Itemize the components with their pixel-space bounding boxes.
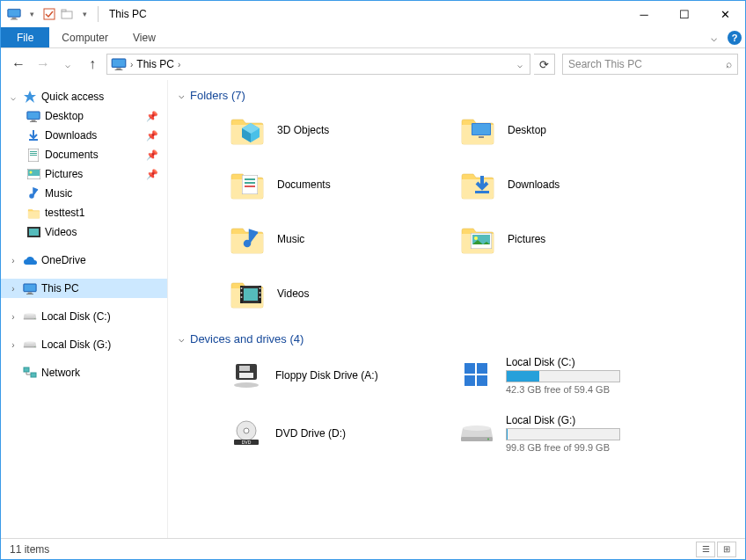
folder-icon [228, 220, 267, 258]
sidebar-item-testtest1[interactable]: testtest1 [1, 203, 167, 222]
separator [98, 6, 99, 22]
breadcrumb[interactable]: This PC [136, 58, 174, 70]
drive-icon [458, 357, 495, 394]
disk-icon [22, 338, 38, 352]
folder-tile[interactable]: Downloads [458, 162, 678, 207]
svg-rect-26 [479, 136, 484, 138]
chevron-icon[interactable]: › [128, 60, 135, 69]
svg-point-42 [260, 287, 261, 289]
sidebar-network[interactable]: Network [1, 363, 167, 382]
desktop-icon [26, 109, 41, 123]
folder-tile[interactable]: Desktop [458, 107, 678, 153]
sidebar-local-g[interactable]: ›Local Disk (G:) [1, 335, 167, 354]
refresh-button[interactable]: ⟳ [534, 54, 555, 75]
folder-icon [458, 165, 497, 204]
sidebar-local-c[interactable]: ›Local Disk (C:) [1, 307, 167, 326]
content-pane: ⌵Folders (7) 3D ObjectsDesktopDocumentsD… [168, 80, 745, 538]
sidebar-item-desktop[interactable]: Desktop📌 [1, 106, 167, 126]
folder-tile[interactable]: Music [228, 216, 448, 262]
folder-tile[interactable]: 3D Objects [228, 107, 448, 153]
search-icon: ⌕ [726, 58, 732, 70]
window-title: This PC [109, 8, 147, 20]
drive-icon [228, 357, 265, 394]
svg-rect-10 [29, 139, 38, 141]
sidebar-this-pc[interactable]: ›This PC [1, 279, 167, 298]
sidebar-item-pictures[interactable]: Pictures📌 [1, 164, 167, 184]
group-drives[interactable]: ⌵Devices and drives (4) [179, 332, 735, 345]
drive-tile[interactable]: Floppy Disk Drive (A:) [228, 351, 448, 400]
titlebar: ▾ ▾ This PC ─ ☐ ✕ [1, 1, 745, 27]
folder-icon [228, 274, 267, 313]
folder-tile[interactable]: Pictures [458, 216, 678, 262]
svg-point-44 [260, 296, 261, 298]
chevron-icon[interactable]: › [176, 60, 182, 69]
svg-point-48 [234, 382, 259, 388]
maximize-button[interactable]: ☐ [664, 1, 705, 27]
minimize-button[interactable]: ─ [624, 1, 664, 27]
qat-dropdown-icon[interactable]: ▾ [24, 6, 40, 22]
collapse-icon[interactable]: ⌵ [8, 92, 18, 102]
folder-icon [458, 220, 497, 258]
qat-properties-icon[interactable] [41, 6, 57, 22]
forward-button[interactable]: → [33, 54, 54, 75]
svg-rect-25 [472, 124, 490, 135]
svg-rect-23 [31, 373, 36, 377]
svg-rect-9 [62, 10, 66, 11]
downloads-icon [26, 128, 41, 142]
sidebar-item-documents[interactable]: Documents📌 [1, 145, 167, 164]
pictures-icon [26, 167, 41, 181]
up-button[interactable]: ↑ [82, 54, 103, 75]
usage-bar [506, 370, 620, 382]
recent-dropdown[interactable]: ⌵ [57, 54, 78, 75]
drive-tile[interactable]: Local Disk (G:)99.8 GB free of 99.9 GB [458, 409, 678, 458]
address-bar[interactable]: › This PC › ⌵ [106, 54, 530, 75]
pin-icon: 📌 [146, 149, 158, 161]
svg-point-43 [260, 292, 261, 294]
expand-icon[interactable]: › [8, 340, 18, 350]
svg-rect-36 [244, 288, 258, 301]
expand-icon[interactable]: › [8, 256, 18, 265]
collapse-icon[interactable]: ⌵ [179, 333, 185, 345]
folder-label: Music [277, 233, 304, 245]
folder-tile[interactable]: Documents [228, 162, 448, 207]
close-button[interactable]: ✕ [705, 1, 745, 27]
expand-icon[interactable]: › [8, 312, 18, 322]
address-dropdown-icon[interactable]: ⌵ [514, 60, 526, 69]
videos-icon [26, 225, 41, 239]
svg-point-54 [244, 428, 249, 433]
sidebar-item-videos[interactable]: Videos [1, 222, 167, 242]
folder-label: Desktop [508, 124, 546, 136]
sidebar-quick-access[interactable]: ⌵ Quick access [1, 87, 167, 106]
tab-view[interactable]: View [121, 27, 168, 47]
collapse-icon[interactable]: ⌵ [179, 90, 185, 101]
music-icon [26, 186, 41, 200]
drive-tile[interactable]: Local Disk (C:)42.3 GB free of 59.4 GB [458, 351, 678, 400]
tab-computer[interactable]: Computer [49, 27, 121, 47]
drive-tile[interactable]: DVDDVD Drive (D:) [228, 409, 448, 458]
svg-rect-27 [242, 175, 258, 194]
group-folders[interactable]: ⌵Folders (7) [179, 89, 735, 102]
status-bar: 11 items ☰ ⊞ [1, 538, 745, 559]
svg-point-17 [29, 171, 32, 174]
sidebar-item-music[interactable]: Music [1, 184, 167, 203]
file-tab[interactable]: File [1, 27, 49, 47]
drive-label: Local Disk (C:) [506, 356, 678, 368]
svg-rect-21 [39, 227, 40, 237]
drive-label: DVD Drive (D:) [275, 427, 448, 440]
back-button[interactable]: ← [8, 54, 29, 75]
svg-rect-29 [245, 182, 255, 184]
expand-icon[interactable]: › [8, 284, 18, 294]
svg-rect-30 [245, 185, 255, 187]
sidebar-item-downloads[interactable]: Downloads📌 [1, 126, 167, 145]
sidebar-onedrive[interactable]: ›OneDrive [1, 251, 167, 270]
help-button[interactable]: ? [724, 27, 745, 47]
qat-newfolder-icon[interactable] [59, 6, 75, 22]
qat-dropdown2-icon[interactable]: ▾ [77, 6, 92, 22]
ribbon-collapse-icon[interactable]: ⌵ [703, 27, 724, 47]
folder-tile[interactable]: Videos [228, 271, 448, 316]
view-details-button[interactable]: ☰ [696, 542, 715, 557]
svg-rect-20 [27, 227, 29, 237]
search-input[interactable]: Search This PC ⌕ [562, 54, 738, 75]
network-icon [22, 366, 38, 380]
view-tiles-button[interactable]: ⊞ [717, 542, 736, 557]
